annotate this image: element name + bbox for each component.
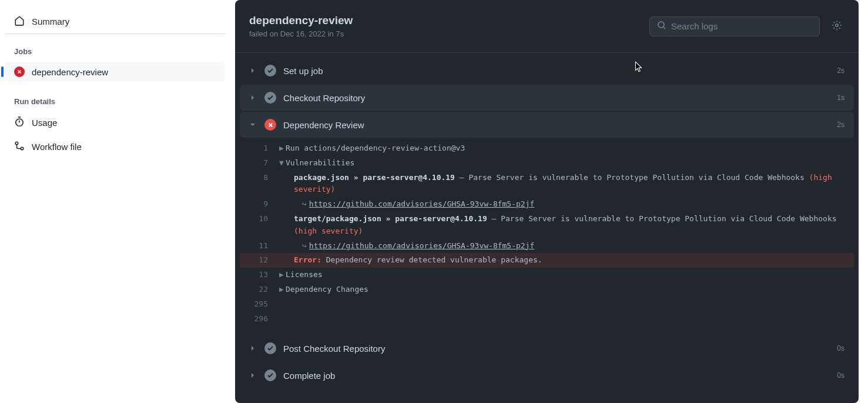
sidebar-usage-link[interactable]: Usage — [5, 112, 225, 134]
step-row-dependency-review[interactable]: Dependency Review 2s — [240, 112, 854, 138]
search-logs-input[interactable] — [671, 21, 812, 31]
log-text: ↪https://github.com/advisories/GHSA-93vw… — [286, 240, 844, 252]
log-text: package.json » parse-server@4.10.19 – Pa… — [286, 172, 844, 196]
status-success-icon — [264, 369, 276, 381]
step-label: Dependency Review — [283, 120, 830, 130]
step-duration: 2s — [837, 121, 844, 129]
gear-icon — [832, 24, 842, 32]
sidebar-run-details-heading: Run details — [5, 94, 225, 109]
log-line[interactable]: 296 — [240, 312, 854, 327]
log-line-number: 8 — [240, 172, 277, 184]
main-header: dependency-review failed on Dec 16, 2022… — [235, 0, 859, 53]
log-line-number: 9 — [240, 198, 277, 211]
log-line[interactable]: 22 ▶ Dependency Changes — [240, 282, 854, 297]
caret-right-icon: ▶ — [277, 142, 286, 155]
search-icon — [657, 21, 666, 32]
job-subtitle: failed on Dec 16, 2022 in 7s — [249, 29, 353, 38]
log-text: Run actions/dependency-review-action@v3 — [286, 142, 844, 155]
stopwatch-icon — [14, 116, 25, 129]
status-fail-icon — [264, 119, 276, 131]
log-line-number: 22 — [240, 284, 277, 296]
log-line[interactable]: 1 ▶ Run actions/dependency-review-action… — [240, 141, 854, 156]
sidebar-summary-link[interactable]: Summary — [5, 9, 225, 34]
caret-right-icon: ▶ — [277, 269, 286, 281]
status-success-icon — [264, 342, 276, 354]
caret-down-icon: ▼ — [277, 157, 286, 169]
log-text: Dependency Changes — [286, 284, 844, 296]
status-success-icon — [264, 65, 276, 76]
advisory-link[interactable]: https://github.com/advisories/GHSA-93vw-… — [309, 199, 535, 208]
log-line-number: 295 — [240, 298, 277, 311]
log-line-number: 7 — [240, 157, 277, 169]
steps-list: Set up job 2s Checkout Repository 1s Dep… — [235, 53, 859, 394]
chevron-right-icon — [249, 344, 257, 354]
log-line-number: 296 — [240, 313, 277, 325]
svg-point-2 — [21, 147, 24, 150]
status-success-icon — [264, 92, 276, 104]
log-line-number: 12 — [240, 254, 277, 267]
home-icon — [14, 15, 25, 28]
step-row-complete-job[interactable]: Complete job 0s — [240, 362, 854, 388]
log-line-number: 10 — [240, 213, 277, 225]
log-line-number: 13 — [240, 269, 277, 281]
workflow-icon — [14, 141, 25, 153]
chevron-right-icon — [249, 66, 257, 76]
log-text: target/package.json » parse-server@4.10.… — [286, 213, 844, 238]
log-line[interactable]: 9 ↪https://github.com/advisories/GHSA-93… — [240, 197, 854, 212]
caret-right-icon: ▶ — [277, 284, 286, 296]
log-text: Error: Dependency review detected vulner… — [286, 254, 844, 267]
sidebar-job-label: dependency-review — [32, 67, 108, 77]
sidebar-job-item[interactable]: dependency-review — [5, 62, 225, 82]
step-label: Post Checkout Repository — [283, 344, 830, 354]
sidebar-summary-label: Summary — [32, 16, 69, 26]
step-row-post-checkout[interactable]: Post Checkout Repository 0s — [240, 335, 854, 361]
log-text: Licenses — [286, 269, 844, 281]
log-line-number: 11 — [240, 240, 277, 252]
log-line[interactable]: 295 — [240, 297, 854, 312]
log-line[interactable]: 11 ↪https://github.com/advisories/GHSA-9… — [240, 239, 854, 254]
log-line-number: 1 — [240, 142, 277, 155]
job-title: dependency-review — [249, 14, 353, 27]
step-row-setup-job[interactable]: Set up job 2s — [240, 58, 854, 84]
svg-point-3 — [658, 22, 664, 28]
chevron-down-icon — [249, 120, 257, 130]
log-line[interactable]: 10 target/package.json » parse-server@4.… — [240, 212, 854, 239]
sidebar: Summary Jobs dependency-review Run detai… — [0, 0, 235, 403]
log-line[interactable]: 7 ▼ Vulnerabilities — [240, 156, 854, 171]
svg-point-1 — [15, 142, 18, 145]
step-label: Complete job — [283, 371, 830, 381]
svg-point-4 — [836, 24, 839, 27]
step-duration: 2s — [837, 66, 844, 75]
log-output: 1 ▶ Run actions/dependency-review-action… — [240, 139, 854, 335]
chevron-right-icon — [249, 93, 257, 103]
step-duration: 0s — [837, 371, 844, 379]
sidebar-item-label: Workflow file — [32, 142, 82, 152]
advisory-link[interactable]: https://github.com/advisories/GHSA-93vw-… — [309, 241, 535, 250]
step-label: Set up job — [283, 66, 830, 76]
log-line-error[interactable]: 12 Error: Dependency review detected vul… — [240, 253, 854, 268]
log-text: Vulnerabilities — [286, 157, 844, 169]
step-duration: 1s — [837, 94, 844, 102]
step-row-checkout-repository[interactable]: Checkout Repository 1s — [240, 85, 854, 111]
settings-button[interactable] — [829, 18, 844, 35]
log-line[interactable]: 8 package.json » parse-server@4.10.19 – … — [240, 171, 854, 198]
log-text: ↪https://github.com/advisories/GHSA-93vw… — [286, 198, 844, 211]
sidebar-workflow-file-link[interactable]: Workflow file — [5, 136, 225, 158]
chevron-right-icon — [249, 371, 257, 381]
step-duration: 0s — [837, 344, 844, 352]
main-panel: dependency-review failed on Dec 16, 2022… — [235, 0, 859, 403]
search-logs-input-wrapper[interactable] — [649, 16, 820, 36]
sidebar-item-label: Usage — [32, 118, 57, 128]
log-line[interactable]: 13 ▶ Licenses — [240, 268, 854, 282]
status-fail-icon — [14, 66, 25, 77]
sidebar-jobs-heading: Jobs — [5, 44, 225, 59]
step-label: Checkout Repository — [283, 93, 830, 103]
